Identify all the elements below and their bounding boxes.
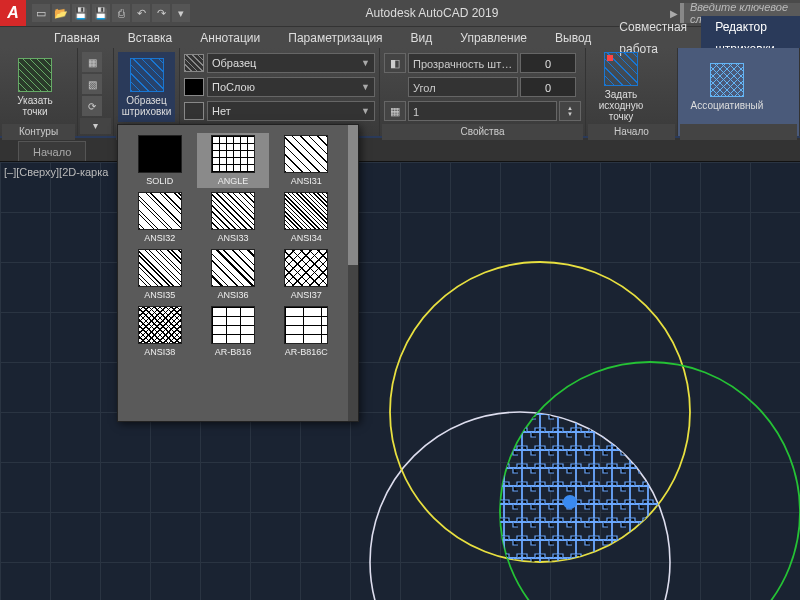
pattern-angle[interactable]: ANGLE (197, 133, 268, 188)
panel-title-contours[interactable]: Контуры (2, 124, 75, 140)
hatch-color-dropdown[interactable]: ПоСлою▼ (207, 77, 375, 97)
pattern-swatch-icon (138, 249, 182, 287)
plot-icon[interactable]: ⎙ (112, 4, 130, 22)
pattern-label: AR-B816 (215, 347, 252, 357)
pattern-label: ANSI38 (144, 347, 175, 357)
hatch-pattern-button[interactable]: Образец штриховки (118, 52, 175, 122)
bg-swatch-icon (184, 102, 204, 120)
background-color-dropdown[interactable]: Нет▼ (207, 101, 375, 121)
ribbon-tabs: ГлавнаяВставкаАннотацииПараметризацияВид… (0, 26, 800, 48)
panel-title-origin[interactable]: Начало (588, 124, 675, 140)
pattern-swatch-icon (138, 306, 182, 344)
associative-button[interactable]: Ассоциативный (682, 52, 772, 122)
pattern-label: ANSI32 (144, 233, 175, 243)
pattern-swatch-icon (211, 249, 255, 287)
hatch-region (370, 412, 670, 600)
chevron-down-icon: ▼ (361, 106, 370, 116)
tab-параметризация[interactable]: Параметризация (274, 27, 396, 49)
pattern-label: SOLID (146, 176, 173, 186)
chevron-down-icon: ▼ (361, 82, 370, 92)
scale-icon: ▦ (384, 101, 406, 121)
pattern-ansi38[interactable]: ANSI38 (126, 306, 193, 357)
pattern-label: ANSI36 (217, 290, 248, 300)
pattern-ansi33[interactable]: ANSI33 (199, 192, 266, 243)
pattern-label: ANSI34 (291, 233, 322, 243)
scale-field[interactable]: 1 (408, 101, 557, 121)
angle-label[interactable]: Угол (408, 77, 518, 97)
pattern-swatch-icon (138, 135, 182, 173)
recreate-icon[interactable]: ⟳ (82, 96, 102, 116)
panel-expander-icon[interactable]: ▾ (80, 118, 111, 134)
scrollbar-thumb[interactable] (348, 125, 358, 265)
redo-icon[interactable]: ↷ (152, 4, 170, 22)
pick-points-button[interactable]: Указать точки (4, 52, 66, 122)
tab-вывод[interactable]: Вывод (541, 27, 605, 49)
pattern-swatch-icon (138, 192, 182, 230)
transparency-value[interactable]: 0 (520, 53, 576, 73)
chevron-down-icon: ▼ (361, 58, 370, 68)
color-swatch-icon (184, 78, 204, 96)
transparency-icon: ◧ (384, 53, 406, 73)
tab-управление[interactable]: Управление (446, 27, 541, 49)
app-logo[interactable]: A (0, 0, 26, 26)
open-icon[interactable]: 📂 (52, 4, 70, 22)
saveas-icon[interactable]: 💾 (92, 4, 110, 22)
pattern-ansi34[interactable]: ANSI34 (273, 192, 340, 243)
angle-value[interactable]: 0 (520, 77, 576, 97)
tab-главная[interactable]: Главная (40, 27, 114, 49)
tab-аннотации[interactable]: Аннотации (186, 27, 274, 49)
pattern-ar-b816[interactable]: AR-B816 (199, 306, 266, 357)
remove-icon[interactable]: ▧ (82, 74, 102, 94)
transparency-label[interactable]: Прозрачность шт… (408, 53, 518, 73)
hatch-type-swatch-icon (184, 54, 204, 72)
pattern-swatch-icon (211, 306, 255, 344)
pattern-ansi36[interactable]: ANSI36 (199, 249, 266, 300)
qat-dropdown-icon[interactable]: ▾ (172, 4, 190, 22)
pattern-ansi31[interactable]: ANSI31 (273, 135, 340, 186)
pattern-label: ANSI33 (217, 233, 248, 243)
tab-вид[interactable]: Вид (397, 27, 447, 49)
undo-icon[interactable]: ↶ (132, 4, 150, 22)
pattern-swatch-icon (211, 135, 255, 173)
pattern-ansi32[interactable]: ANSI32 (126, 192, 193, 243)
scrollbar[interactable] (348, 125, 358, 421)
new-icon[interactable]: ▭ (32, 4, 50, 22)
pattern-ansi35[interactable]: ANSI35 (126, 249, 193, 300)
pattern-label: ANSI31 (291, 176, 322, 186)
pattern-ansi37[interactable]: ANSI37 (273, 249, 340, 300)
pattern-swatch-icon (211, 192, 255, 230)
pattern-label: AR-B816C (285, 347, 328, 357)
file-tab-start[interactable]: Начало (18, 141, 86, 161)
pattern-ar-b816c[interactable]: AR-B816C (273, 306, 340, 357)
pattern-type-dropdown[interactable]: Образец▼ (207, 53, 375, 73)
set-origin-button[interactable]: Задать исходную точку (590, 52, 652, 122)
center-grip (563, 495, 577, 509)
pattern-label: ANSI37 (291, 290, 322, 300)
panel-title-properties[interactable]: Свойства (382, 124, 583, 140)
select-icon[interactable]: ▦ (82, 52, 102, 72)
pattern-swatch-icon (284, 135, 328, 173)
pattern-swatch-icon (284, 306, 328, 344)
pattern-swatch-icon (284, 249, 328, 287)
pattern-label: ANGLE (218, 176, 249, 186)
scale-stepper[interactable]: ▲▼ (559, 101, 581, 121)
pattern-solid[interactable]: SOLID (126, 135, 193, 186)
pattern-label: ANSI35 (144, 290, 175, 300)
save-icon[interactable]: 💾 (72, 4, 90, 22)
pattern-swatch-icon (284, 192, 328, 230)
quick-access-toolbar: ▭ 📂 💾 💾 ⎙ ↶ ↷ ▾ (28, 4, 194, 22)
tab-вставка[interactable]: Вставка (114, 27, 187, 49)
window-title: Autodesk AutoCAD 2019 (194, 6, 670, 20)
pattern-gallery-popup: SOLIDANGLEANSI31ANSI32ANSI33ANSI34ANSI35… (117, 124, 359, 422)
